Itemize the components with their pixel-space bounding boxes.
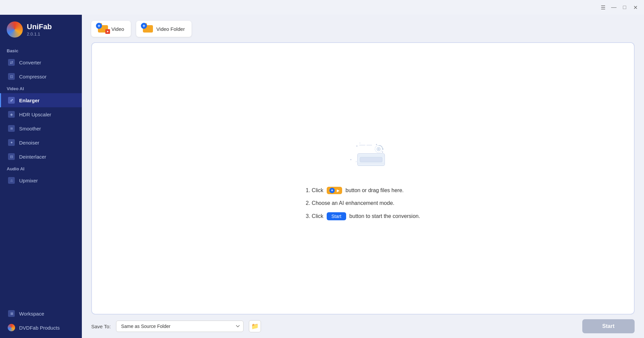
title-bar: ☰ — □ ✕ — [0, 0, 644, 15]
menu-button[interactable]: ☰ — [600, 4, 606, 11]
app-version: 2.0.1.1 — [27, 32, 52, 37]
instruction-step2: 2. Choose an AI enhancement mode. — [306, 200, 420, 206]
workspace-label: Workspace — [19, 311, 44, 317]
deinterlacer-label: Deinterlacer — [19, 154, 46, 160]
start-button[interactable]: Start — [582, 319, 635, 333]
video-badge — [105, 29, 110, 34]
drop-zone[interactable]: × × — [91, 42, 635, 315]
svg-text:×: × — [356, 160, 357, 163]
inline-plus-icon: + — [329, 188, 335, 193]
svg-point-3 — [350, 159, 352, 160]
logo-text: UniFab 2.0.1.1 — [27, 22, 52, 36]
hdr-upscaler-icon: ◈ — [8, 111, 15, 118]
smoother-icon: ≋ — [8, 125, 15, 132]
svg-point-17 — [378, 148, 380, 150]
deinterlacer-icon: ⊟ — [8, 153, 15, 160]
close-button[interactable]: ✕ — [632, 4, 639, 11]
section-audio-ai: Audio AI — [0, 164, 82, 173]
sidebar-item-deinterlacer[interactable]: ⊟ Deinterlacer — [0, 150, 82, 164]
sidebar-item-smoother[interactable]: ≋ Smoother — [0, 121, 82, 135]
svg-rect-12 — [360, 157, 382, 162]
svg-point-0 — [356, 146, 358, 147]
sidebar-item-denoiser[interactable]: ✦ Denoiser — [0, 135, 82, 150]
step3-suffix: button to start the conversion. — [350, 213, 420, 219]
section-basic: Basic — [0, 46, 82, 55]
illustration-svg: × × — [333, 138, 393, 175]
minimize-button[interactable]: — — [610, 4, 617, 11]
add-video-inline-icon: + ▶ — [327, 187, 342, 194]
add-video-button[interactable]: + Video — [91, 21, 131, 37]
plus-badge2: + — [141, 23, 147, 29]
inline-play-icon: ▶ — [337, 188, 339, 193]
instruction-step3: 3. Click Start button to start the conve… — [306, 212, 420, 220]
svg-point-2 — [382, 152, 383, 153]
converter-icon: ⇄ — [8, 59, 15, 66]
compressor-icon: ⊡ — [8, 73, 15, 80]
add-video-label: Video — [111, 26, 124, 32]
upmixer-icon: ♫ — [8, 177, 15, 184]
denoiser-label: Denoiser — [19, 140, 39, 146]
step1-prefix: 1. Click — [306, 187, 323, 193]
step3-prefix: 3. Click — [306, 213, 323, 219]
main-content: + Video + Video Folder — [82, 15, 644, 338]
instructions: 1. Click + ▶ button or drag files here. … — [306, 187, 420, 220]
plus-badge: + — [96, 23, 102, 29]
sidebar-item-enlarger[interactable]: ⤢ Enlarger — [0, 93, 82, 107]
compressor-label: Compressor — [19, 74, 47, 79]
workspace-icon: 🖥 — [8, 310, 15, 317]
smoother-label: Smoother — [19, 126, 41, 131]
maximize-button[interactable]: □ — [621, 4, 628, 11]
save-to-select[interactable]: Same as Source Folder — [116, 321, 244, 332]
hdr-upscaler-label: HDR Upscaler — [19, 112, 51, 117]
svg-point-5 — [360, 143, 361, 144]
step1-suffix: button or drag files here. — [345, 187, 404, 193]
title-bar-buttons: ☰ — □ ✕ — [600, 4, 639, 11]
denoiser-icon: ✦ — [8, 139, 15, 146]
add-folder-label: Video Folder — [156, 26, 185, 32]
enlarger-label: Enlarger — [19, 98, 40, 103]
enlarger-icon: ⤢ — [8, 97, 15, 104]
svg-point-1 — [376, 144, 377, 145]
logo-icon — [7, 21, 23, 38]
sidebar-item-hdr-upscaler[interactable]: ◈ HDR Upscaler — [0, 107, 82, 121]
folder-browse-icon: 📁 — [251, 323, 259, 330]
inline-start-button[interactable]: Start — [327, 212, 346, 220]
save-to-label: Save To: — [91, 324, 111, 329]
drop-illustration: × × — [329, 136, 396, 177]
section-video-ai: Video AI — [0, 83, 82, 93]
svg-marker-18 — [383, 148, 384, 150]
converter-label: Converter — [19, 60, 41, 65]
dvdfab-label: DVDFab Products — [19, 325, 60, 331]
sidebar-item-dvdfab[interactable]: DVDFab Products — [0, 321, 82, 335]
svg-text:×: × — [380, 144, 381, 147]
sidebar-item-upmixer[interactable]: ♫ Upmixer — [0, 173, 82, 187]
upmixer-label: Upmixer — [19, 178, 38, 183]
sidebar-item-converter[interactable]: ⇄ Converter — [0, 55, 82, 69]
add-folder-icon: + — [143, 24, 154, 34]
sidebar-item-compressor[interactable]: ⊡ Compressor — [0, 69, 82, 83]
app-name: UniFab — [27, 22, 52, 31]
sidebar-item-workspace[interactable]: 🖥 Workspace — [0, 306, 82, 321]
toolbar: + Video + Video Folder — [91, 21, 635, 37]
instruction-step1: 1. Click + ▶ button or drag files here. — [306, 187, 420, 194]
step2-text: 2. Choose an AI enhancement mode. — [306, 200, 394, 206]
sidebar: UniFab 2.0.1.1 Basic ⇄ Converter ⊡ Compr… — [0, 15, 82, 338]
folder-browse-button[interactable]: 📁 — [249, 320, 261, 332]
add-folder-button[interactable]: + Video Folder — [136, 21, 192, 37]
logo-area: UniFab 2.0.1.1 — [0, 15, 82, 46]
add-video-icon: + — [98, 24, 109, 34]
bottom-bar: Save To: Same as Source Folder 📁 Start — [91, 315, 635, 338]
dvdfab-icon — [8, 324, 15, 331]
